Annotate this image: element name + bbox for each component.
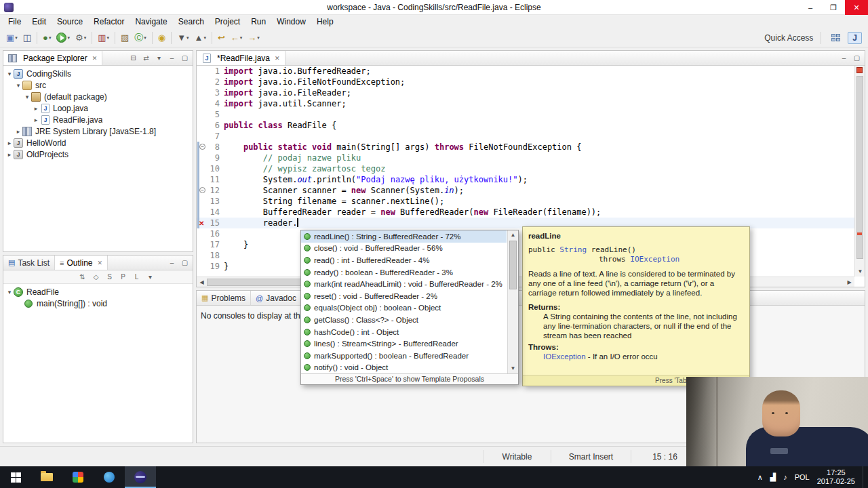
completion-item[interactable]: mark(int readAheadLimit) : void - Buffer…	[301, 278, 507, 290]
collapsed-arrow-icon[interactable]: ▸	[5, 151, 14, 158]
scroll-left-icon[interactable]: ◀	[197, 277, 207, 287]
menu-edit[interactable]: Edit	[26, 16, 52, 28]
tab-package-explorer[interactable]: Package Explorer ✕	[3, 51, 102, 65]
code-line[interactable]: −12 Scanner scanner = new Scanner(System…	[197, 185, 854, 196]
vertical-scroll-thumb[interactable]	[856, 76, 863, 259]
collapsed-arrow-icon[interactable]: ▸	[14, 128, 22, 135]
hide-local-types-icon[interactable]: L	[132, 273, 141, 281]
coverage-button[interactable]: ▥▾	[95, 30, 112, 45]
completion-item[interactable]: getClass() : Class<?> - Object	[301, 314, 507, 326]
code-line[interactable]: 10 // wypisz zawartosc tegoz	[197, 163, 854, 174]
tree-item[interactable]: ▸JLoop.java	[3, 102, 193, 114]
code-line[interactable]: 13 String filename = scanner.nextLine();	[197, 196, 854, 207]
expanded-arrow-icon[interactable]: ▾	[5, 70, 14, 77]
external-tools-button[interactable]: ⚙▾	[73, 30, 89, 45]
tree-item[interactable]: main(String[]) : void	[3, 298, 193, 309]
completion-scrollbar[interactable]: ▲ ▼	[507, 230, 518, 373]
close-window-button[interactable]: ✕	[845, 0, 868, 15]
menu-project[interactable]: Project	[210, 16, 245, 28]
menu-help[interactable]: Help	[311, 16, 339, 28]
collapsed-arrow-icon[interactable]: ▸	[32, 117, 40, 123]
next-annotation-button[interactable]: ▼▾	[174, 30, 191, 45]
minimize-view-icon[interactable]: –	[167, 54, 176, 62]
code-line[interactable]: 2import java.io.FileNotFoundException;	[197, 77, 854, 87]
maximize-window-button[interactable]: ❐	[822, 0, 845, 15]
completion-item[interactable]: read() : int - BufferedReader - 4%	[301, 254, 507, 266]
fold-marker-icon[interactable]: −	[199, 187, 205, 193]
completion-item[interactable]: notify() : void - Object	[301, 362, 507, 373]
save-button[interactable]: ◫	[20, 30, 34, 45]
collapsed-arrow-icon[interactable]: ▸	[32, 105, 40, 112]
menu-source[interactable]: Source	[52, 16, 88, 28]
maximize-view-icon[interactable]: ▢	[180, 259, 189, 266]
view-menu-icon[interactable]: ▾	[146, 273, 155, 281]
code-line[interactable]: 9 // podaj nazwe pliku	[197, 152, 854, 163]
minimize-window-button[interactable]: –	[799, 0, 822, 15]
completion-item[interactable]: reset() : void - BufferedReader - 2%	[301, 290, 507, 302]
code-line[interactable]: 14 BufferedReader reader = new BufferedR…	[197, 207, 854, 218]
new-wizard-button[interactable]: ▣▾	[3, 30, 20, 45]
file-explorer-taskbar-icon[interactable]	[31, 466, 62, 488]
hide-non-public-icon[interactable]: P	[119, 273, 127, 281]
browser-taskbar-icon[interactable]	[62, 466, 94, 488]
code-line[interactable]: 11 System.out.println("Podaj nazwę pliku…	[197, 174, 854, 185]
run-button[interactable]: ▾	[54, 30, 73, 45]
sort-icon[interactable]: ⇅	[78, 273, 87, 281]
scroll-right-icon[interactable]: ▶	[844, 277, 854, 287]
show-desktop-button[interactable]	[863, 466, 867, 488]
taskbar-clock[interactable]: 17:25 2017-02-25	[817, 468, 855, 486]
menu-run[interactable]: Run	[245, 16, 271, 28]
scroll-down-icon[interactable]: ▼	[508, 364, 518, 373]
new-java-project-button[interactable]: ▨	[118, 30, 132, 45]
collapsed-arrow-icon[interactable]: ▸	[5, 140, 14, 146]
completion-item[interactable]: readLine() : String - BufferedReader - 7…	[301, 230, 507, 243]
quick-access-button[interactable]: Quick Access	[764, 33, 813, 43]
completion-item[interactable]: markSupported() : boolean - BufferedRead…	[301, 350, 507, 362]
code-line[interactable]: 3import java.io.FileReader;	[197, 87, 854, 98]
hide-static-icon[interactable]: S	[105, 273, 114, 281]
editor-vertical-scrollbar[interactable]: ▲ ▼	[854, 66, 865, 277]
completion-item[interactable]: equals(Object obj) : boolean - Object	[301, 302, 507, 314]
ioexception-link[interactable]: IOException	[543, 352, 586, 361]
code-line[interactable]: 6public class ReadFile {	[197, 120, 854, 131]
fold-marker-icon[interactable]: −	[199, 144, 205, 150]
string-type-link[interactable]: String	[559, 245, 587, 254]
tab-outline[interactable]: ≡Outline✕	[55, 256, 108, 270]
completion-scroll-thumb[interactable]	[509, 241, 517, 289]
completion-item[interactable]: hashCode() : int - Object	[301, 326, 507, 338]
code-line[interactable]: −8 public static void main(String[] args…	[197, 142, 854, 152]
tree-item[interactable]: ▾src	[3, 79, 193, 91]
tray-expand-icon[interactable]: ∧	[757, 473, 763, 482]
tree-item[interactable]: ▸JRE System Library [JavaSE-1.8]	[3, 125, 193, 137]
back-button[interactable]: ←▾	[228, 30, 245, 45]
menu-search[interactable]: Search	[173, 16, 210, 28]
code-line[interactable]: 7	[197, 131, 854, 142]
tree-item[interactable]: ▸JOldProjects	[3, 148, 193, 160]
volume-icon[interactable]: ♪	[783, 473, 787, 482]
maximize-view-icon[interactable]: ▢	[852, 54, 861, 62]
scroll-down-icon[interactable]: ▼	[855, 266, 865, 277]
link-with-editor-icon[interactable]: ⇄	[142, 54, 151, 62]
expanded-arrow-icon[interactable]: ▾	[14, 82, 22, 89]
new-class-button[interactable]: Ⓒ▾	[132, 30, 149, 45]
prev-annotation-button[interactable]: ▲▾	[192, 30, 209, 45]
tree-item[interactable]: ▸JReadFile.java	[3, 114, 193, 125]
tab-problems[interactable]: ▦Problems	[197, 291, 251, 305]
search-button[interactable]: ◉	[155, 30, 168, 45]
code-line[interactable]: 4import java.util.Scanner;	[197, 98, 854, 109]
menu-navigate[interactable]: Navigate	[130, 16, 172, 28]
scroll-up-icon[interactable]: ▲	[508, 230, 518, 240]
debug-button[interactable]: ●▾	[40, 30, 54, 45]
java-perspective-button[interactable]: J	[848, 32, 862, 44]
minimize-view-icon[interactable]: –	[840, 54, 848, 62]
tree-item[interactable]: ▸JHelloWorld	[3, 137, 193, 148]
menu-refactor[interactable]: Refactor	[88, 16, 130, 28]
error-marker-icon[interactable]: ✕	[199, 218, 204, 229]
app-taskbar-icon[interactable]	[94, 466, 125, 488]
minimize-view-icon[interactable]: –	[167, 259, 176, 266]
tab-readfile-java[interactable]: J *ReadFile.java ✕	[197, 51, 285, 65]
last-edit-location-button[interactable]: ↩	[215, 30, 228, 45]
collapse-all-icon[interactable]: ⊟	[129, 54, 138, 62]
code-line[interactable]: 1import java.io.BufferedReader;	[197, 66, 854, 77]
menu-file[interactable]: File	[3, 16, 26, 28]
